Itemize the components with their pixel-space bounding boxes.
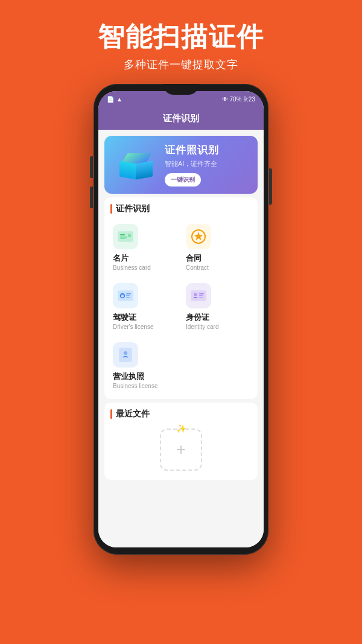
business-card-item[interactable]: 名片 Business card — [110, 220, 179, 275]
volume-button — [90, 187, 93, 208]
box-left — [119, 161, 136, 180]
certificate-section: 证件识别 — [104, 197, 258, 399]
business-license-sub: Business license — [113, 383, 157, 389]
box-right — [136, 161, 153, 180]
section-header: 证件识别 — [110, 203, 252, 214]
banner[interactable]: 证件照识别 智能AI，证件齐全 一键识别 — [104, 136, 258, 194]
business-license-name: 营业执照 — [113, 371, 144, 382]
recent-section-header: 最近文件 — [110, 409, 252, 419]
banner-main-text: 证件照识别 — [165, 143, 250, 157]
banner-icon-area — [112, 144, 160, 186]
business-card-sub: Business card — [113, 264, 151, 271]
empty-recent: ✨ + — [110, 426, 252, 474]
svg-rect-3 — [120, 238, 125, 239]
contract-item[interactable]: 合同 Contract — [183, 220, 252, 275]
section-title: 证件识别 — [116, 203, 150, 214]
svg-rect-9 — [126, 293, 131, 295]
svg-marker-6 — [194, 232, 203, 240]
status-left: 📄 ▲ — [107, 96, 122, 103]
svg-rect-12 — [191, 291, 206, 301]
notch — [163, 84, 199, 95]
eye-icon: 👁 — [222, 96, 228, 103]
phone-screen: 📄 ▲ 👁 70% 9:23 证件识别 — [98, 91, 264, 547]
business-license-icon — [113, 342, 138, 368]
header-section: 智能扫描证件 多种证件一键提取文字 — [0, 0, 362, 72]
wifi-icon: ▲ — [116, 96, 122, 103]
svg-rect-14 — [199, 293, 204, 295]
banner-sub-text: 智能AI，证件齐全 — [165, 159, 250, 168]
screen-content[interactable]: 证件照识别 智能AI，证件齐全 一键识别 证件识别 — [98, 130, 264, 547]
recent-section: 最近文件 ✨ + — [104, 403, 258, 480]
contract-icon — [186, 224, 211, 249]
identity-card-sub: Identity card — [186, 324, 218, 330]
svg-rect-1 — [120, 234, 125, 235]
identity-card-icon — [186, 283, 211, 308]
one-click-recognize-button[interactable]: 一键识别 — [165, 173, 201, 187]
recent-section-title: 最近文件 — [116, 409, 150, 419]
svg-rect-16 — [199, 297, 203, 298]
identity-card-item[interactable]: 身份证 Identity card — [183, 279, 252, 334]
section-bar-icon — [110, 204, 112, 214]
drivers-license-name: 驾驶证 — [113, 312, 136, 323]
plus-icon: + — [176, 440, 186, 459]
svg-point-13 — [194, 293, 197, 296]
banner-text-area: 证件照识别 智能AI，证件齐全 一键识别 — [160, 143, 250, 187]
svg-point-18 — [124, 351, 127, 355]
sub-title: 多种证件一键提取文字 — [0, 57, 362, 72]
identity-card-name: 身份证 — [186, 312, 209, 323]
business-card-icon — [113, 224, 138, 249]
time-display: 9:23 — [244, 96, 255, 103]
svg-rect-10 — [126, 295, 130, 296]
svg-rect-2 — [120, 237, 127, 238]
drivers-license-item[interactable]: 驾驶证 Driver's license — [110, 279, 179, 334]
battery-text: 70% — [230, 96, 242, 103]
app-bar: 证件识别 — [98, 108, 264, 130]
svg-rect-11 — [126, 297, 130, 298]
business-license-item[interactable]: 营业执照 Business license — [110, 339, 179, 393]
document-icon: 📄 — [107, 96, 114, 103]
svg-rect-4 — [128, 234, 131, 237]
contract-name: 合同 — [186, 253, 202, 264]
recent-section-bar — [110, 409, 112, 419]
main-title: 智能扫描证件 — [0, 22, 362, 53]
status-right: 👁 70% 9:23 — [222, 96, 255, 103]
phone-mockup: 📄 ▲ 👁 70% 9:23 证件识别 — [0, 84, 362, 555]
add-file-placeholder[interactable]: ✨ + — [160, 429, 202, 471]
spark-icon: ✨ — [176, 424, 186, 433]
contract-sub: Contract — [186, 264, 209, 271]
app-bar-title: 证件识别 — [163, 113, 199, 124]
svg-rect-15 — [199, 295, 203, 296]
grid-items: 名片 Business card — [110, 220, 252, 393]
drivers-license-icon — [113, 283, 138, 308]
3d-box-icon — [119, 151, 153, 178]
drivers-license-sub: Driver's license — [113, 324, 153, 330]
business-card-name: 名片 — [113, 253, 129, 264]
phone-frame: 📄 ▲ 👁 70% 9:23 证件识别 — [94, 84, 268, 555]
